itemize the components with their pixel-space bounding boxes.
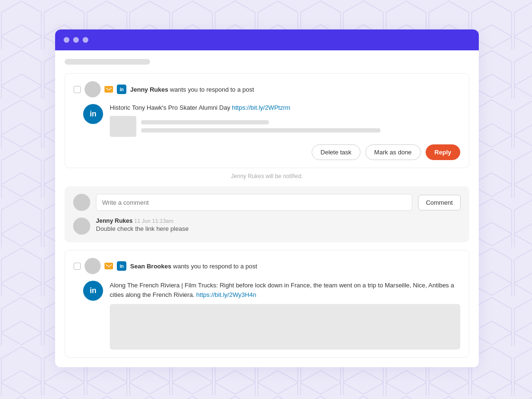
task1-post-avatar-letter: in <box>90 110 96 118</box>
task1-linkedin-badge: in <box>117 85 126 94</box>
task1-post-lines <box>141 120 460 133</box>
task1-post-link[interactable]: https://bit.ly/2WPtzrm <box>232 104 290 111</box>
titlebar-dot-3 <box>83 37 88 43</box>
titlebar-dot-2 <box>73 37 79 43</box>
task1-post-thumb <box>110 116 136 137</box>
task2-post-image <box>110 304 460 350</box>
task2-email-icon <box>104 263 113 269</box>
task2-checkbox[interactable] <box>74 263 81 270</box>
task1-user-avatar <box>85 81 101 97</box>
task1-post-title: Historic Tony Hawk's Pro Skater Alumni D… <box>110 104 460 111</box>
delete-task-button[interactable]: Delete task <box>312 144 361 160</box>
comment-user-avatar <box>73 194 90 211</box>
notif-row-2: in Sean Brookes wants you to respond to … <box>74 258 460 274</box>
task2-post-text: Along The French Riviera | Film Trucks: … <box>110 281 460 299</box>
task2-post-body: Along The French Riviera | Film Trucks: … <box>110 281 460 350</box>
reply-button[interactable]: Reply <box>426 144 460 160</box>
task2-action-text: wants you to respond to a post <box>171 263 257 270</box>
search-bar[interactable] <box>65 59 150 65</box>
task2-post-avatar-letter: in <box>90 286 96 295</box>
task1-checkbox[interactable] <box>74 86 81 93</box>
task1-post-preview: in Historic Tony Hawk's Pro Skater Alumn… <box>74 104 460 137</box>
comment-text: Double check the link here please <box>96 225 461 232</box>
task1-action-row: Delete task Mark as done Reply <box>74 144 460 160</box>
comment-time: 11 Jun 11:13am <box>134 218 173 224</box>
notif-subtext: Jenny Rukes will be notified. <box>65 173 469 180</box>
task2-user-avatar <box>85 258 101 274</box>
task1-user-name: Jenny Rukes <box>130 86 168 93</box>
task-card-1: in Jenny Rukes wants you to respond to a… <box>65 73 469 168</box>
task1-linkedin-letter: in <box>120 87 124 92</box>
task-card-2: in Sean Brookes wants you to respond to … <box>65 250 469 358</box>
comment-meta: Jenny Rukes 11 Jun 11:13am <box>96 218 461 224</box>
task1-post-body: Historic Tony Hawk's Pro Skater Alumni D… <box>110 104 460 137</box>
titlebar <box>55 29 479 50</box>
svg-rect-4 <box>106 264 112 268</box>
comment-content: Jenny Rukes 11 Jun 11:13am Double check … <box>96 218 461 232</box>
task1-post-avatar: in <box>83 104 103 124</box>
task1-notif-text: Jenny Rukes wants you to respond to a po… <box>130 86 254 93</box>
comment-existing-avatar <box>73 218 90 235</box>
task2-post-text-body: Along The French Riviera | Film Trucks: … <box>110 282 454 298</box>
task2-post-avatar: in <box>83 281 103 301</box>
task1-post-image <box>110 116 460 137</box>
existing-comment: Jenny Rukes 11 Jun 11:13am Double check … <box>73 218 461 235</box>
task2-linkedin-badge: in <box>117 261 126 271</box>
task2-post-preview: in Along The French Riviera | Film Truck… <box>74 281 460 350</box>
task1-line-2 <box>141 128 380 133</box>
email-icon <box>104 86 113 93</box>
task1-line-1 <box>141 120 269 124</box>
window-content: in Jenny Rukes wants you to respond to a… <box>55 50 479 367</box>
notif-row-1: in Jenny Rukes wants you to respond to a… <box>74 81 460 97</box>
task2-linkedin-letter: in <box>120 264 124 269</box>
svg-rect-3 <box>106 87 112 92</box>
task2-notif-text: Sean Brookes wants you to respond to a p… <box>130 263 257 270</box>
comment-author: Jenny Rukes <box>96 218 133 224</box>
comment-area: Comment Jenny Rukes 11 Jun 11:13am Doubl… <box>65 186 469 242</box>
comment-input[interactable] <box>96 194 412 211</box>
task1-post-title-text: Historic Tony Hawk's Pro Skater Alumni D… <box>110 104 232 111</box>
titlebar-dot-1 <box>64 37 69 43</box>
comment-input-row: Comment <box>73 194 461 211</box>
task2-post-link[interactable]: https://bit.ly/2Wy3H4n <box>196 291 256 298</box>
task2-user-name: Sean Brookes <box>130 263 171 270</box>
mark-done-button[interactable]: Mark as done <box>365 144 421 160</box>
main-window: in Jenny Rukes wants you to respond to a… <box>55 29 479 367</box>
comment-button[interactable]: Comment <box>418 195 461 210</box>
task1-action-text: wants you to respond to a post <box>168 86 254 93</box>
